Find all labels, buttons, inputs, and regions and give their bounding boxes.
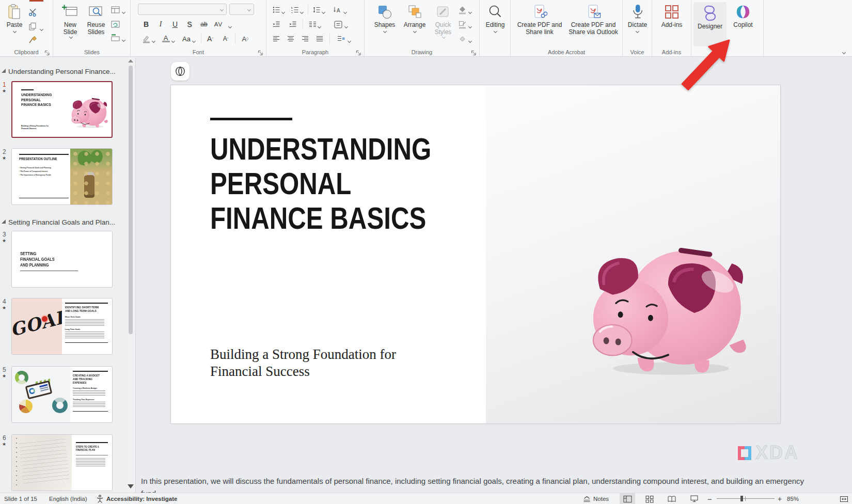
clipboard-dialog-launcher-icon[interactable] [44, 49, 51, 55]
font-dialog-launcher-icon[interactable] [258, 49, 264, 55]
text-shadow-button[interactable]: S [183, 19, 196, 30]
slide-2-thumbnail[interactable]: PRESENTATION OUTLINE • Setting Financial… [11, 148, 113, 205]
bold-button[interactable]: B [140, 19, 152, 30]
align-text-chevron-icon[interactable] [345, 22, 350, 27]
underline-button[interactable]: U [169, 19, 181, 30]
clear-formatting-button[interactable]: A◊ [239, 33, 251, 44]
dictate-button[interactable]: Dictate [625, 3, 650, 33]
normal-view-button[interactable] [620, 493, 635, 504]
section-header-2[interactable]: Setting Financial Goals and Plan... [8, 218, 115, 226]
reading-view-button[interactable] [664, 493, 680, 504]
align-text-button[interactable] [333, 19, 344, 30]
align-left-button[interactable] [271, 33, 282, 44]
numbering-button[interactable] [289, 4, 301, 15]
section-chevron-icon[interactable] [122, 35, 128, 40]
font-color-button[interactable]: A [160, 33, 172, 44]
paste-chevron-icon[interactable] [12, 29, 16, 33]
editing-button[interactable]: Editing [482, 3, 508, 33]
copilot-button[interactable]: Copilot [729, 3, 758, 28]
columns-chevron-icon[interactable] [318, 22, 323, 27]
shape-effects-chevron-icon[interactable] [469, 36, 474, 41]
line-spacing-chevron-icon[interactable] [322, 7, 327, 12]
section-collapse-icon[interactable] [2, 69, 6, 73]
ribbon-collapse-chevron-icon[interactable] [843, 48, 848, 53]
slide-5-thumbnail[interactable]: CREATING A BUDGET AND TRACKING EXPENSES … [11, 366, 113, 423]
zoom-out-button[interactable]: − [707, 493, 712, 504]
align-center-button[interactable] [285, 33, 296, 44]
bullets-button[interactable] [271, 4, 282, 15]
character-spacing-chevron-icon[interactable] [229, 22, 234, 27]
copy-button[interactable] [27, 21, 38, 32]
slide-3-thumbnail[interactable]: SETTING FINANCIAL GOALS AND PLANNING [11, 231, 113, 288]
reuse-slides-button[interactable]: Reuse Slides [84, 3, 108, 36]
scrollbar-thumb[interactable] [129, 66, 133, 334]
canvas-copilot-button[interactable] [171, 62, 190, 81]
thumbnail-scrollbar[interactable] [127, 57, 135, 493]
format-painter-button[interactable] [27, 34, 38, 45]
language-status[interactable]: English (India) [49, 493, 87, 504]
section-header-1[interactable]: Understanding Personal Finance... [8, 68, 116, 75]
smartart-chevron-icon[interactable] [348, 36, 353, 41]
change-case-button[interactable]: Aa [180, 33, 193, 44]
new-slide-button[interactable]: New Slide [58, 3, 83, 38]
slide-4-thumbnail[interactable]: GOAL IDENTIFYING SHORT-TERM AND LONG-TER… [11, 298, 113, 355]
cut-button[interactable] [27, 6, 38, 18]
quick-styles-button[interactable]: Quick Styles [431, 3, 455, 38]
shape-outline-button[interactable] [456, 19, 468, 30]
slide-layout-button[interactable] [109, 4, 121, 15]
create-pdf-share-outlook-button[interactable]: Create PDF and Share via Outlook [566, 3, 620, 36]
paragraph-dialog-launcher-icon[interactable] [356, 49, 362, 55]
bullets-chevron-icon[interactable] [282, 7, 287, 12]
numbering-chevron-icon[interactable] [301, 7, 306, 12]
fit-to-window-button[interactable] [840, 493, 848, 504]
shrink-font-button[interactable]: Aˇ [219, 33, 232, 44]
paste-button[interactable]: Paste [3, 3, 26, 33]
create-pdf-share-link-button[interactable]: Create PDF and Share link [514, 3, 565, 36]
italic-button[interactable]: I [154, 19, 167, 30]
font-size-combo[interactable] [229, 4, 254, 15]
accessibility-status[interactable]: Accessibility: Investigate [106, 493, 177, 504]
character-spacing-button[interactable]: AV [212, 19, 225, 30]
zoom-slider-thumb[interactable] [740, 496, 743, 501]
slide-canvas[interactable]: UNDERSTANDING PERSONAL FINANCE BASICS Bu… [171, 85, 780, 423]
highlight-color-button[interactable] [140, 33, 152, 44]
justify-button[interactable] [314, 33, 325, 44]
layout-chevron-icon[interactable] [122, 7, 128, 12]
designer-button[interactable]: Designer [693, 2, 727, 46]
font-name-combo[interactable] [138, 4, 227, 15]
slide-counter[interactable]: Slide 1 of 15 [4, 493, 37, 504]
slide-sorter-view-button[interactable] [642, 493, 657, 504]
shape-fill-chevron-icon[interactable] [469, 7, 474, 12]
drawing-dialog-launcher-icon[interactable] [471, 49, 477, 55]
zoom-level[interactable]: 85% [787, 493, 799, 504]
slide-title-text[interactable]: UNDERSTANDING PERSONAL FINANCE BASICS [210, 132, 431, 235]
notes-toggle-button[interactable]: Notes [582, 493, 609, 504]
strikethrough-button[interactable]: ab [198, 19, 210, 30]
scroll-down-icon[interactable] [128, 484, 134, 489]
line-spacing-button[interactable] [311, 4, 322, 15]
zoom-slider[interactable] [717, 498, 775, 499]
piggy-bank-photo[interactable] [486, 85, 780, 423]
text-direction-chevron-icon[interactable] [344, 7, 349, 12]
slide-6-thumbnail[interactable]: STEPS TO CREATE A FINANCIAL PLAN [11, 434, 113, 491]
grow-font-button[interactable]: Aˆ [204, 33, 216, 44]
slide-show-button[interactable] [686, 493, 702, 504]
highlight-chevron-icon[interactable] [152, 36, 157, 41]
convert-smartart-button[interactable] [336, 33, 347, 44]
slide-1-thumbnail[interactable]: UNDERSTANDING PERSONAL FINANCE BASICS Bu… [11, 81, 113, 138]
shape-fill-button[interactable] [456, 4, 468, 15]
zoom-in-button[interactable]: + [778, 493, 782, 504]
arrange-button[interactable]: Arrange [400, 3, 430, 33]
slide-subtitle-text[interactable]: Building a Strong Foundation for Financi… [210, 346, 406, 380]
font-color-chevron-icon[interactable] [172, 36, 177, 41]
shape-outline-chevron-icon[interactable] [469, 22, 474, 27]
shape-effects-button[interactable] [456, 33, 468, 44]
reset-slide-button[interactable] [109, 19, 121, 30]
increase-indent-button[interactable] [287, 19, 298, 30]
section-button[interactable] [109, 32, 121, 43]
copy-chevron-icon[interactable] [40, 24, 45, 29]
columns-button[interactable] [307, 19, 318, 30]
align-right-button[interactable] [299, 33, 311, 44]
addins-button[interactable]: Add-ins [658, 3, 685, 28]
shapes-button[interactable]: Shapes [371, 3, 399, 33]
